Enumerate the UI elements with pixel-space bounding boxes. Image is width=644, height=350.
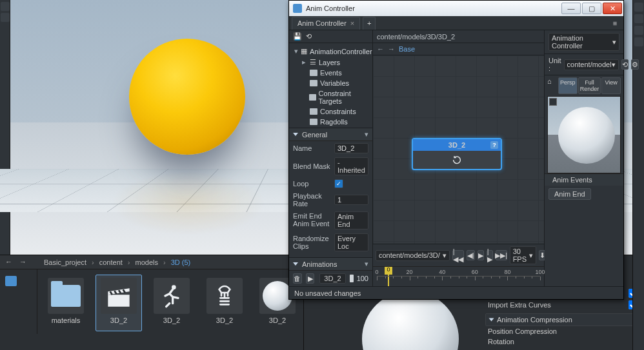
tool-button[interactable]: [634, 14, 643, 23]
randomize-combo[interactable]: Every Loc: [334, 233, 368, 251]
unit-combo[interactable]: content/model▾: [564, 59, 619, 70]
asset-path: content/models/3D/3D_2: [377, 33, 455, 41]
crumb-project[interactable]: Basic_project: [44, 258, 86, 266]
combo-value: Anim End: [337, 213, 365, 228]
folder-icon[interactable]: [5, 276, 17, 286]
fps-combo[interactable]: 30 FPS▾: [510, 246, 536, 264]
tree: ▾ ▦ AnimationController ▸☰Layers Events …: [289, 43, 372, 128]
expand-icon[interactable]: ▸: [301, 58, 307, 66]
running-man-icon: [154, 278, 190, 314]
dropdown-icon[interactable]: ▾: [365, 130, 368, 139]
play-clip-button[interactable]: ▶: [306, 273, 315, 284]
delete-clip-button[interactable]: 🗑: [293, 273, 302, 284]
general-section: General ▾ Name Blend Mask - Inherited Lo…: [289, 128, 372, 257]
prop-randomize-clips: Randomize Clips Every Loc: [289, 231, 372, 253]
state-node[interactable]: 3D_2 ?: [412, 138, 502, 170]
minimize-button[interactable]: —: [561, 3, 581, 14]
close-button[interactable]: ✕: [603, 3, 622, 14]
type-combo[interactable]: Animation Controller▾: [548, 33, 619, 51]
tree-item-ragdolls[interactable]: Ragdolls: [289, 117, 372, 127]
section-label: Animation Compression: [497, 316, 572, 324]
tree-item-events[interactable]: Events: [289, 68, 372, 78]
layer-link[interactable]: Base: [399, 45, 415, 53]
crumb-content[interactable]: content: [99, 258, 123, 266]
expand-icon: [489, 318, 494, 322]
slider-knob[interactable]: [350, 275, 354, 282]
dropdown-icon[interactable]: ▾: [365, 260, 368, 268]
tab-anim-controller[interactable]: Anim Controller ×: [292, 17, 360, 30]
section-header[interactable]: Anim Events: [545, 173, 623, 186]
tool-button[interactable]: [1, 13, 10, 22]
back-icon[interactable]: ←: [5, 258, 14, 267]
playback-rate-input[interactable]: [334, 195, 368, 205]
loop-checkbox[interactable]: ✓: [334, 179, 343, 188]
state-graph[interactable]: 3D_2 ?: [373, 55, 544, 244]
move-icon[interactable]: [549, 98, 557, 106]
refresh-icon[interactable]: ⟲: [306, 32, 312, 41]
tree-root[interactable]: ▾ ▦ AnimationController: [289, 46, 372, 57]
tool-button[interactable]: [1, 2, 10, 11]
refresh-icon[interactable]: ⟲: [621, 59, 629, 70]
close-tab-icon[interactable]: ×: [350, 19, 354, 27]
window-titlebar[interactable]: Anim Controller — ▢ ✕: [289, 1, 623, 16]
name-input[interactable]: [334, 143, 368, 153]
add-tab-button[interactable]: +: [363, 17, 376, 30]
collapse-icon[interactable]: ▾: [294, 47, 298, 55]
tree-item-layers[interactable]: ▸☰Layers: [289, 57, 372, 68]
asset-thumb-folder[interactable]: materials: [43, 275, 89, 331]
go-end-button[interactable]: ▶▶|: [496, 250, 507, 260]
step-fwd-button[interactable]: |▶: [487, 250, 493, 260]
save-icon[interactable]: 💾: [293, 32, 302, 41]
gear-icon[interactable]: ⚙: [631, 59, 639, 70]
animations-section: Animations ▾ 🗑 ▶ 3D_2 100: [289, 257, 372, 286]
tool-button[interactable]: [634, 3, 643, 12]
asset-thumb-anim[interactable]: 3D_2: [148, 275, 195, 331]
section-header[interactable]: Animation Compression: [485, 313, 640, 326]
collapse-icon: [293, 133, 298, 136]
tool-button[interactable]: [634, 37, 643, 46]
step-back-button[interactable]: ◀|: [467, 250, 475, 260]
forward-icon[interactable]: →: [388, 45, 395, 53]
camera-icon[interactable]: ⌂: [547, 77, 558, 94]
back-icon[interactable]: ←: [377, 45, 384, 53]
playhead[interactable]: 0: [385, 267, 392, 275]
path-combo[interactable]: content/models/3D/▾: [376, 250, 450, 261]
crumb-current[interactable]: 3D (5): [171, 258, 191, 266]
yellow-sphere-mesh[interactable]: [129, 39, 245, 155]
tab-full-render[interactable]: Full Render: [578, 77, 601, 94]
section-header[interactable]: General ▾: [289, 128, 372, 141]
play-button[interactable]: ▶: [478, 250, 484, 260]
clip-name[interactable]: 3D_2: [319, 273, 345, 284]
tab-view[interactable]: View: [601, 77, 621, 94]
tree-item-constraints[interactable]: Constraints: [289, 106, 372, 117]
prop-loop: Loop ✓: [289, 177, 372, 190]
prop-blend-mask: Blend Mask - Inherited: [289, 155, 372, 177]
timeline-ruler[interactable]: 0 020406080100: [373, 267, 544, 286]
blend-mask-combo[interactable]: - Inherited: [334, 157, 368, 175]
window-title: Anim Controller: [306, 5, 355, 12]
asset-thumb-skeleton[interactable]: 3D_2: [201, 275, 248, 331]
tree-item-variables[interactable]: Variables: [289, 78, 372, 88]
prop-label: Rotation: [488, 338, 514, 345]
preview-viewport[interactable]: [547, 96, 621, 173]
dropdown-icon: ▾: [612, 38, 616, 46]
forward-icon[interactable]: →: [19, 258, 28, 267]
tree-item-constraint-targets[interactable]: Constraint Targets: [289, 88, 372, 106]
combo-value: 30 FPS: [513, 248, 527, 263]
folder-icon: [309, 94, 316, 101]
asset-thumb-clip[interactable]: 3D_2: [96, 275, 142, 331]
tree-toolbar: 💾 ⟲: [289, 30, 372, 43]
help-icon[interactable]: ?: [490, 141, 498, 149]
section-header[interactable]: Animations ▾: [289, 258, 372, 271]
preview-sphere: [558, 107, 615, 164]
tool-button[interactable]: [634, 26, 643, 35]
dropdown-icon: ▾: [529, 251, 533, 260]
tab-persp[interactable]: Persp: [558, 77, 578, 94]
prop-label: Emit End Anim Event: [293, 213, 330, 228]
anim-event-chip[interactable]: Anim End: [548, 188, 591, 200]
emit-end-combo[interactable]: Anim End: [334, 211, 368, 229]
go-start-button[interactable]: |◀◀: [452, 250, 464, 260]
maximize-button[interactable]: ▢: [582, 3, 601, 14]
crumb-models[interactable]: models: [135, 258, 157, 266]
menu-icon[interactable]: ≡: [609, 17, 621, 29]
